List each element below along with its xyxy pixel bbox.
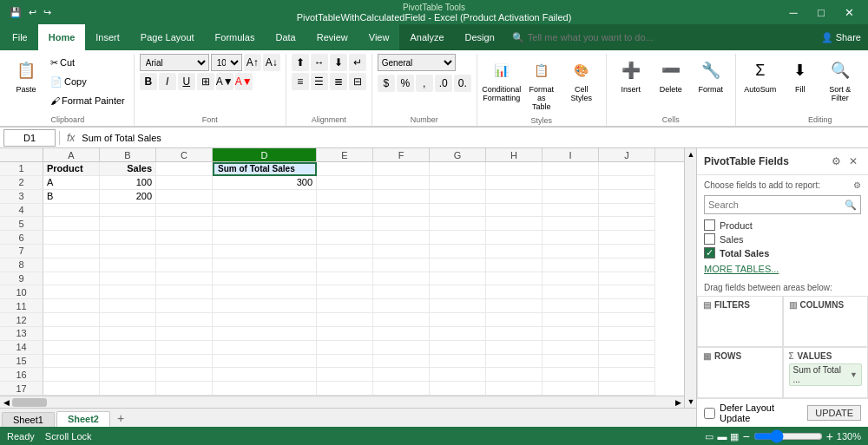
share-btn[interactable]: 👤 Share — [821, 32, 861, 43]
col-header-d[interactable]: D — [213, 148, 317, 161]
cell-f2[interactable] — [373, 176, 430, 190]
font-color-btn[interactable]: A▼ — [235, 73, 253, 90]
cell-i1[interactable] — [542, 162, 599, 176]
cell-e1[interactable] — [317, 162, 373, 176]
find-select-btn[interactable]: 🔎 Find &Select — [861, 54, 868, 106]
cell-a3[interactable]: B — [43, 190, 100, 204]
col-header-g[interactable]: G — [430, 148, 486, 161]
align-middle-btn[interactable]: ↔ — [311, 54, 328, 71]
pivot-search-input[interactable] — [705, 196, 841, 213]
pivot-gear-icon[interactable]: ⚙ — [853, 180, 861, 190]
cell-d2[interactable]: 300 — [213, 176, 317, 190]
cell-h2[interactable] — [486, 176, 542, 190]
formula-input[interactable]: Sum of Total Sales — [82, 129, 865, 147]
fill-btn[interactable]: ⬇ Fill — [781, 54, 819, 97]
sheet-tab-sheet1[interactable]: Sheet1 — [2, 412, 55, 427]
align-top-btn[interactable]: ⬆ — [292, 54, 309, 71]
h-scroll-track[interactable] — [12, 396, 672, 408]
zoom-out-btn[interactable]: − — [742, 429, 749, 443]
h-scrollbar[interactable]: ◀ ▶ — [0, 396, 684, 408]
underline-btn[interactable]: U — [178, 73, 195, 90]
col-header-h[interactable]: H — [486, 148, 542, 161]
cell-j3[interactable] — [599, 190, 655, 204]
tab-file[interactable]: File — [2, 24, 38, 50]
border-btn[interactable]: ⊞ — [197, 73, 214, 90]
col-header-b[interactable]: B — [100, 148, 156, 161]
cell-styles-btn[interactable]: 🎨 CellStyles — [562, 54, 601, 106]
copy-btn[interactable]: 📄 Copy — [47, 73, 128, 90]
cell-f1[interactable] — [373, 162, 430, 176]
col-header-a[interactable]: A — [43, 148, 100, 161]
sheet-tab-sheet2[interactable]: Sheet2 — [56, 411, 110, 427]
row-num-2[interactable]: 2 — [0, 176, 43, 190]
row-num-1[interactable]: 1 — [0, 162, 43, 176]
zoom-in-btn[interactable]: + — [826, 429, 833, 443]
v-scrollbar[interactable]: ▲ ▼ — [684, 148, 696, 408]
insert-btn[interactable]: ➕ Insert — [612, 54, 650, 97]
cell-b1[interactable]: Sales — [100, 162, 156, 176]
cell-i3[interactable] — [542, 190, 599, 204]
paste-btn[interactable]: 📋 Paste — [7, 54, 45, 97]
name-box[interactable] — [3, 129, 56, 147]
cell-d1[interactable]: Sum of Total Sales — [213, 162, 317, 176]
cut-btn[interactable]: ✂ Cut — [47, 54, 128, 71]
decimal-decrease-btn[interactable]: 0. — [454, 75, 471, 92]
comma-btn[interactable]: , — [416, 75, 433, 92]
cell-b2[interactable]: 100 — [100, 176, 156, 190]
format-table-btn[interactable]: 📋 Format asTable — [523, 54, 561, 115]
values-chip[interactable]: Sum of Total ... ▼ — [789, 363, 863, 386]
pivot-search-icon[interactable]: 🔍 — [841, 196, 860, 213]
columns-area[interactable]: ▥ COLUMNS — [783, 296, 869, 347]
tab-home[interactable]: Home — [38, 24, 86, 50]
tab-formulas[interactable]: Formulas — [205, 24, 266, 50]
cell-i2[interactable] — [542, 176, 599, 190]
ribbon-search[interactable] — [528, 32, 667, 43]
scroll-up-btn[interactable]: ▲ — [685, 148, 696, 160]
defer-checkbox[interactable] — [704, 408, 715, 419]
rows-area[interactable]: ▦ ROWS — [697, 347, 783, 398]
italic-btn[interactable]: I — [159, 73, 176, 90]
fill-color-btn[interactable]: A▼ — [216, 73, 233, 90]
font-size-select[interactable]: 10 — [211, 54, 242, 71]
cell-c2[interactable] — [156, 176, 213, 190]
cell-c1[interactable] — [156, 162, 213, 176]
tab-page-layout[interactable]: Page Layout — [130, 24, 205, 50]
cell-h3[interactable] — [486, 190, 542, 204]
format-painter-btn[interactable]: 🖌 Format Painter — [47, 92, 128, 109]
align-left-btn[interactable]: ≡ — [292, 73, 309, 90]
font-family-select[interactable]: Arial — [140, 54, 209, 71]
h-scroll-left[interactable]: ◀ — [0, 396, 12, 408]
merge-btn[interactable]: ⊟ — [349, 73, 366, 90]
cell-j1[interactable] — [599, 162, 655, 176]
close-btn[interactable]: ✕ — [837, 3, 861, 21]
view-break-icon[interactable]: ▦ — [730, 431, 739, 442]
decimal-increase-btn[interactable]: .0 — [435, 75, 452, 92]
cell-g2[interactable] — [430, 176, 486, 190]
undo-btn[interactable]: ↩ — [26, 5, 39, 20]
tab-design[interactable]: Design — [455, 24, 505, 50]
maximize-btn[interactable]: □ — [809, 3, 833, 21]
cell-g3[interactable] — [430, 190, 486, 204]
conditional-formatting-btn[interactable]: 📊 ConditionalFormatting — [483, 54, 521, 106]
number-format-select[interactable]: General — [378, 54, 456, 71]
h-scroll-right[interactable]: ▶ — [672, 396, 684, 408]
total-sales-checkbox[interactable]: ✓ — [704, 247, 715, 258]
chip-dropdown-icon[interactable]: ▼ — [850, 370, 858, 379]
tab-analyze[interactable]: Analyze — [399, 24, 454, 50]
cell-f3[interactable] — [373, 190, 430, 204]
cell-g1[interactable] — [430, 162, 486, 176]
col-header-j[interactable]: J — [599, 148, 655, 161]
update-btn[interactable]: UPDATE — [807, 405, 861, 421]
decrease-font-btn[interactable]: A↓ — [263, 54, 280, 71]
row-num-3[interactable]: 3 — [0, 190, 43, 204]
product-checkbox[interactable] — [704, 219, 715, 231]
minimize-btn[interactable]: ─ — [781, 3, 806, 21]
align-center-btn[interactable]: ☰ — [311, 73, 328, 90]
sort-filter-btn[interactable]: 🔍 Sort &Filter — [821, 54, 859, 106]
cell-j2[interactable] — [599, 176, 655, 190]
tab-insert[interactable]: Insert — [85, 24, 130, 50]
increase-font-btn[interactable]: A↑ — [244, 54, 261, 71]
delete-btn[interactable]: ➖ Delete — [652, 54, 690, 97]
view-layout-icon[interactable]: ▬ — [717, 431, 727, 442]
cell-d3[interactable] — [213, 190, 317, 204]
